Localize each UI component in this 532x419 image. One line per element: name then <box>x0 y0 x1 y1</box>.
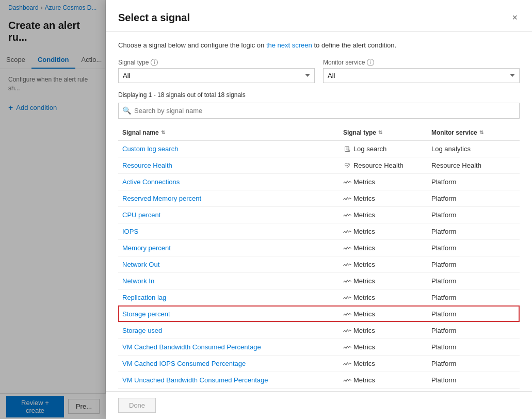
search-icon: 🔍 <box>122 106 131 115</box>
signal-type-cell: Resource Health <box>339 157 427 173</box>
signal-name-link[interactable]: IOPS <box>122 228 138 235</box>
monitor-service-cell: Platform <box>427 355 520 372</box>
monitor-service-cell: Platform <box>427 256 520 272</box>
log-search-icon <box>343 146 351 152</box>
signal-name-link[interactable]: Replication lag <box>122 294 166 301</box>
monitor-service-cell: Platform <box>427 339 520 355</box>
modal-title: Select a signal <box>118 12 190 24</box>
signal-type-cell: Log search <box>339 140 427 157</box>
done-button[interactable]: Done <box>118 398 156 413</box>
signal-name-link[interactable]: VM Cached IOPS Consumed Percentage <box>122 360 246 367</box>
signal-name-link[interactable]: Active Connections <box>122 178 180 186</box>
metrics-icon <box>343 295 351 301</box>
signal-name-link[interactable]: Storage used <box>122 327 162 334</box>
signal-name-link[interactable]: Storage percent <box>122 310 170 318</box>
page-background: Dashboard › Azure Cosmos D... Create an … <box>0 0 532 419</box>
description-link[interactable]: the next screen <box>266 41 312 49</box>
signal-type-cell: Metrics <box>339 289 427 305</box>
th-monitor-service: Monitor service ⇅ <box>427 125 520 141</box>
metrics-icon <box>343 328 351 334</box>
table-row[interactable]: VM Cached IOPS Consumed Percentage Metri… <box>118 355 520 372</box>
modal-body: Choose a signal below and configure the … <box>106 32 532 391</box>
table-row[interactable]: CPU percent MetricsPlatform <box>118 206 520 223</box>
monitor-service-cell: Platform <box>427 173 520 190</box>
signal-type-label: Signal type i <box>118 59 315 66</box>
monitor-service-filter: Monitor service i All <box>323 59 520 83</box>
signal-type-cell: Metrics <box>339 339 427 355</box>
metrics-icon <box>343 278 351 284</box>
signal-type-select[interactable]: All <box>118 68 315 83</box>
signal-name-link[interactable]: Network In <box>122 277 154 285</box>
signal-name-link[interactable]: CPU percent <box>122 211 160 219</box>
signal-name-link[interactable]: Memory percent <box>122 244 171 252</box>
metrics-icon <box>343 179 351 185</box>
monitor-service-info-icon[interactable]: i <box>367 59 374 66</box>
monitor-service-cell: Platform <box>427 372 520 388</box>
signal-type-cell: Metrics <box>339 272 427 289</box>
search-container: 🔍 <box>118 103 520 119</box>
monitor-service-cell: Platform <box>427 206 520 223</box>
metrics-icon <box>343 245 351 251</box>
monitor-service-cell: Resource Health <box>427 157 520 173</box>
table-row[interactable]: Network Out MetricsPlatform <box>118 256 520 272</box>
signal-type-cell: Metrics <box>339 322 427 339</box>
monitor-service-cell: Platform <box>427 272 520 289</box>
metrics-icon <box>343 377 351 383</box>
modal-panel: Select a signal × Choose a signal below … <box>106 0 532 419</box>
signal-type-cell: Metrics <box>339 256 427 272</box>
signal-name-link[interactable]: VM Uncached Bandwidth Consumed Percentag… <box>122 376 268 384</box>
monitor-service-cell: Platform <box>427 322 520 339</box>
filters-row: Signal type i All Monitor service i All <box>118 59 520 83</box>
table-row[interactable]: Custom log search Log searchLog analytic… <box>118 140 520 157</box>
modal-header: Select a signal × <box>106 0 532 32</box>
signal-name-link[interactable]: VM Cached Bandwidth Consumed Percentage <box>122 343 261 351</box>
signal-type-info-icon[interactable]: i <box>151 59 158 66</box>
search-input[interactable] <box>118 103 520 119</box>
monitor-service-cell: Platform <box>427 305 520 322</box>
signal-type-cell: Metrics <box>339 173 427 190</box>
signals-table: Signal name ⇅ Signal type ⇅ <box>118 125 520 392</box>
monitor-service-cell: Platform <box>427 289 520 305</box>
close-button[interactable]: × <box>510 10 520 25</box>
table-row[interactable]: VM Cached Bandwidth Consumed Percentage … <box>118 339 520 355</box>
sort-signal-name-icon[interactable]: ⇅ <box>161 130 165 135</box>
signals-count: Displaying 1 - 18 signals out of total 1… <box>118 91 520 99</box>
table-row[interactable]: IOPS MetricsPlatform <box>118 223 520 239</box>
svg-line-4 <box>349 151 350 152</box>
description-text: Choose a signal below and configure the … <box>118 40 520 51</box>
signals-tbody: Custom log search Log searchLog analytic… <box>118 140 520 391</box>
table-row[interactable]: Memory percent MetricsPlatform <box>118 239 520 256</box>
table-row[interactable]: Active Connections MetricsPlatform <box>118 173 520 190</box>
table-header: Signal name ⇅ Signal type ⇅ <box>118 125 520 141</box>
table-row[interactable]: Storage used MetricsPlatform <box>118 322 520 339</box>
monitor-service-cell: Platform <box>427 223 520 239</box>
monitor-service-cell: Platform <box>427 239 520 256</box>
metrics-icon <box>343 196 351 202</box>
th-signal-type: Signal type ⇅ <box>339 125 427 141</box>
signal-type-cell: Metrics <box>339 239 427 256</box>
metrics-icon <box>343 229 351 235</box>
table-row[interactable]: Reserved Memory percent MetricsPlatform <box>118 190 520 206</box>
metrics-icon <box>343 361 351 367</box>
modal-footer: Done <box>106 391 532 419</box>
signal-name-link[interactable]: Reserved Memory percent <box>122 195 201 202</box>
sort-monitor-service-icon[interactable]: ⇅ <box>479 130 483 135</box>
metrics-icon <box>343 262 351 268</box>
table-row[interactable]: VM Uncached Bandwidth Consumed Percentag… <box>118 372 520 388</box>
signal-type-filter: Signal type i All <box>118 59 315 83</box>
th-signal-name: Signal name ⇅ <box>118 125 339 141</box>
signal-name-link[interactable]: Resource Health <box>122 162 172 169</box>
monitor-service-cell: Log analytics <box>427 140 520 157</box>
monitor-service-select[interactable]: All <box>323 68 520 83</box>
table-row[interactable]: Replication lag MetricsPlatform <box>118 289 520 305</box>
metrics-icon <box>343 212 351 218</box>
table-row[interactable]: Resource Health Resource HealthResource … <box>118 157 520 173</box>
metrics-icon <box>343 311 351 317</box>
signal-type-cell: Metrics <box>339 305 427 322</box>
table-row[interactable]: Storage percent MetricsPlatform <box>118 305 520 322</box>
metrics-icon <box>343 344 351 350</box>
signal-name-link[interactable]: Network Out <box>122 261 159 268</box>
signal-name-link[interactable]: Custom log search <box>122 145 178 153</box>
table-row[interactable]: Network In MetricsPlatform <box>118 272 520 289</box>
sort-signal-type-icon[interactable]: ⇅ <box>378 130 382 135</box>
